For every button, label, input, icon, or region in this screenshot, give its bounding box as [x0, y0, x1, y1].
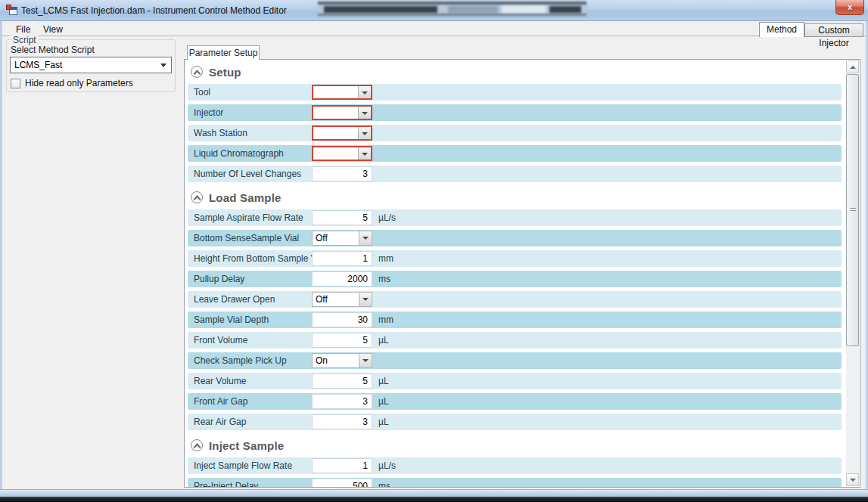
chevron-down-icon [359, 293, 372, 306]
parameter-unit: mm [378, 253, 394, 264]
parameter-combo[interactable] [312, 105, 372, 120]
combo-value: Off [316, 294, 328, 305]
chevron-down-icon [359, 231, 372, 245]
parameter-value-input[interactable]: 500 [312, 479, 372, 487]
window-title: Test_LCMS Fast Injection.dam - Instrumen… [21, 5, 287, 16]
parameter-value-input[interactable]: 5 [312, 333, 372, 348]
scroll-down-icon[interactable] [846, 473, 859, 486]
section-title: Inject Sample [209, 439, 284, 452]
parameter-unit: µL/s [378, 212, 396, 223]
parameter-row: Front Air Gap 3 µL [188, 393, 842, 410]
parameter-row: Check Sample Pick Up On [188, 352, 842, 369]
hide-readonly-label: Hide read only Parameters [25, 78, 133, 88]
redacted-region [318, 2, 586, 16]
parameter-row: Rear Volume 5 µL [188, 373, 842, 389]
parameter-value-input[interactable]: 3 [312, 414, 372, 429]
parameter-label: Pre-Inject Delay [194, 481, 258, 487]
parameter-unit: ms [378, 481, 390, 487]
app-window: Test_LCMS Fast Injection.dam - Instrumen… [0, 0, 868, 502]
section-header: Inject Sample [189, 438, 845, 453]
parameter-label: Number Of Level Changes [194, 169, 301, 179]
parameter-unit: µL [378, 376, 389, 386]
window-edge-bar [0, 497, 868, 502]
parameter-combo[interactable] [312, 146, 372, 161]
parameter-combo[interactable] [312, 85, 372, 100]
combo-value: On [316, 355, 328, 366]
parameter-label: Sample Vial Depth [194, 315, 269, 325]
parameter-row: Rear Air Gap 3 µL [188, 414, 842, 430]
parameter-unit: µL/s [378, 460, 396, 471]
parameter-unit: mm [378, 315, 394, 325]
app-icon [6, 5, 18, 17]
hide-readonly-checkbox[interactable] [11, 79, 20, 88]
parameter-row: Sample Vial Depth 30 mm [188, 311, 842, 328]
section-header: Load Sample [189, 190, 845, 205]
parameter-row: Liquid Chromatograph [188, 145, 842, 162]
chevron-down-icon [358, 86, 371, 98]
parameter-label: Rear Volume [194, 376, 246, 386]
parameter-value-input[interactable]: 3 [312, 394, 372, 409]
parameter-label: Injector [194, 107, 223, 118]
collapse-section-icon[interactable] [191, 191, 203, 203]
window-border-left [0, 21, 2, 497]
parameter-row: Pre-Inject Delay 500 ms [188, 478, 842, 487]
combo-value: Off [316, 233, 328, 243]
menu-view[interactable]: View [39, 23, 67, 36]
parameter-value-input[interactable]: 1 [312, 458, 372, 473]
scroll-up-icon[interactable] [846, 60, 859, 73]
parameter-value-input[interactable]: 5 [312, 373, 372, 389]
parameter-unit: µL [378, 396, 389, 407]
parameter-label: Front Volume [194, 335, 247, 346]
parameter-row: Front Volume 5 µL [188, 332, 842, 349]
chevron-down-icon [160, 64, 166, 67]
parameter-label: Check Sample Pick Up [194, 355, 287, 366]
vertical-scrollbar[interactable] [846, 60, 859, 486]
parameter-row: Height From Bottom Sample Vial 1 mm [188, 250, 842, 267]
title-bar: Test_LCMS Fast Injection.dam - Instrumen… [0, 0, 868, 21]
menu-bar: File View [2, 21, 866, 36]
parameter-label: Front Air Gap [194, 396, 247, 407]
parameter-list: Setup Tool Injector Wash Station Liquid … [188, 60, 845, 487]
parameter-label: Sample Aspirate Flow Rate [194, 212, 303, 223]
parameter-row: Bottom SenseSample Vial Off [188, 230, 842, 246]
method-script-select[interactable]: LCMS_Fast [10, 57, 172, 73]
parameter-row: Inject Sample Flow Rate 1 µL/s [188, 457, 842, 474]
parameter-combo[interactable]: On [312, 353, 372, 368]
parameter-row: Pullup Delay 2000 ms [188, 271, 842, 287]
parameter-label: Inject Sample Flow Rate [194, 460, 292, 471]
chevron-down-icon [358, 127, 371, 139]
parameter-row: Leave Drawer Open Off [188, 291, 842, 308]
parameter-value-input[interactable]: 2000 [312, 271, 372, 287]
chevron-down-icon [358, 147, 371, 160]
parameter-panel: Setup Tool Injector Wash Station Liquid … [184, 59, 860, 488]
script-groupbox-label: Script [11, 35, 39, 45]
parameter-value-input[interactable]: 3 [312, 166, 372, 181]
parameter-combo[interactable]: Off [312, 292, 372, 307]
parameter-unit: µL [378, 335, 389, 346]
parameter-combo[interactable]: Off [312, 231, 372, 246]
parameter-row: Number Of Level Changes 3 [188, 166, 842, 182]
tab-custom-injector[interactable]: Custom Injector [804, 23, 863, 37]
parameter-unit: µL [378, 417, 389, 427]
close-icon[interactable]: x [835, 0, 864, 15]
window-border-bottom [0, 489, 868, 497]
tab-method[interactable]: Method [759, 22, 804, 37]
parameter-label: Liquid Chromatograph [194, 148, 284, 159]
parameter-label: Bottom SenseSample Vial [194, 233, 299, 243]
hide-readonly-row: Hide read only Parameters [11, 78, 133, 88]
section-title: Load Sample [209, 191, 282, 204]
collapse-section-icon[interactable] [191, 66, 203, 78]
parameter-row: Wash Station [188, 125, 842, 141]
parameter-row: Tool [188, 84, 842, 101]
collapse-section-icon[interactable] [191, 439, 203, 451]
parameter-row: Injector [188, 104, 842, 121]
section-header: Setup [189, 64, 845, 79]
menu-file[interactable]: File [11, 23, 35, 36]
tab-parameter-setup[interactable]: Parameter Setup [187, 45, 260, 60]
parameter-value-input[interactable]: 5 [312, 210, 372, 225]
parameter-value-input[interactable]: 1 [312, 251, 372, 266]
scrollbar-thumb[interactable] [846, 74, 859, 346]
parameter-combo[interactable] [312, 126, 372, 141]
parameter-label: Pullup Delay [194, 274, 244, 284]
parameter-value-input[interactable]: 30 [312, 312, 372, 327]
